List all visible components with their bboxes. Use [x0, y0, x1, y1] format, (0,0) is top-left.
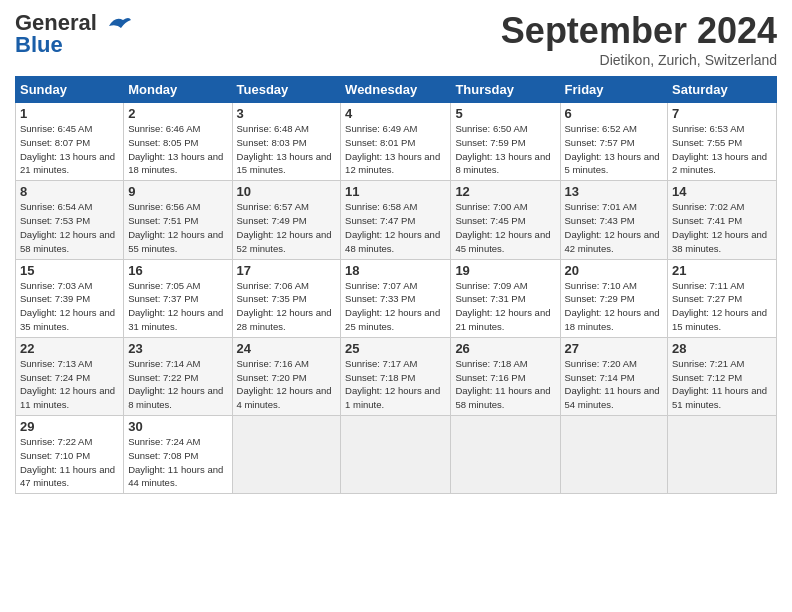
- day-number: 2: [128, 106, 227, 121]
- calendar-week-5: 29Sunrise: 7:22 AMSunset: 7:10 PMDayligh…: [16, 416, 777, 494]
- day-number: 22: [20, 341, 119, 356]
- weekday-header-monday: Monday: [124, 77, 232, 103]
- day-number: 3: [237, 106, 337, 121]
- day-info: Sunrise: 7:11 AMSunset: 7:27 PMDaylight:…: [672, 280, 767, 332]
- calendar-cell: 20Sunrise: 7:10 AMSunset: 7:29 PMDayligh…: [560, 259, 668, 337]
- day-number: 17: [237, 263, 337, 278]
- day-info: Sunrise: 7:00 AMSunset: 7:45 PMDaylight:…: [455, 201, 550, 253]
- day-info: Sunrise: 6:48 AMSunset: 8:03 PMDaylight:…: [237, 123, 332, 175]
- day-info: Sunrise: 7:21 AMSunset: 7:12 PMDaylight:…: [672, 358, 767, 410]
- day-info: Sunrise: 7:20 AMSunset: 7:14 PMDaylight:…: [565, 358, 660, 410]
- calendar-cell: 7Sunrise: 6:53 AMSunset: 7:55 PMDaylight…: [668, 103, 777, 181]
- day-number: 18: [345, 263, 446, 278]
- day-info: Sunrise: 7:16 AMSunset: 7:20 PMDaylight:…: [237, 358, 332, 410]
- location-subtitle: Dietikon, Zurich, Switzerland: [501, 52, 777, 68]
- day-info: Sunrise: 6:54 AMSunset: 7:53 PMDaylight:…: [20, 201, 115, 253]
- day-info: Sunrise: 6:53 AMSunset: 7:55 PMDaylight:…: [672, 123, 767, 175]
- day-number: 1: [20, 106, 119, 121]
- calendar-cell: 17Sunrise: 7:06 AMSunset: 7:35 PMDayligh…: [232, 259, 341, 337]
- day-info: Sunrise: 6:46 AMSunset: 8:05 PMDaylight:…: [128, 123, 223, 175]
- day-number: 26: [455, 341, 555, 356]
- calendar-cell: [560, 416, 668, 494]
- day-info: Sunrise: 7:18 AMSunset: 7:16 PMDaylight:…: [455, 358, 550, 410]
- day-info: Sunrise: 7:10 AMSunset: 7:29 PMDaylight:…: [565, 280, 660, 332]
- calendar-cell: 22Sunrise: 7:13 AMSunset: 7:24 PMDayligh…: [16, 337, 124, 415]
- day-info: Sunrise: 6:56 AMSunset: 7:51 PMDaylight:…: [128, 201, 223, 253]
- calendar-cell: 5Sunrise: 6:50 AMSunset: 7:59 PMDaylight…: [451, 103, 560, 181]
- day-number: 21: [672, 263, 772, 278]
- calendar-cell: 15Sunrise: 7:03 AMSunset: 7:39 PMDayligh…: [16, 259, 124, 337]
- day-number: 24: [237, 341, 337, 356]
- calendar-week-1: 1Sunrise: 6:45 AMSunset: 8:07 PMDaylight…: [16, 103, 777, 181]
- day-info: Sunrise: 7:03 AMSunset: 7:39 PMDaylight:…: [20, 280, 115, 332]
- calendar-cell: 6Sunrise: 6:52 AMSunset: 7:57 PMDaylight…: [560, 103, 668, 181]
- calendar-cell: 13Sunrise: 7:01 AMSunset: 7:43 PMDayligh…: [560, 181, 668, 259]
- day-info: Sunrise: 6:57 AMSunset: 7:49 PMDaylight:…: [237, 201, 332, 253]
- weekday-header-wednesday: Wednesday: [341, 77, 451, 103]
- calendar-cell: 12Sunrise: 7:00 AMSunset: 7:45 PMDayligh…: [451, 181, 560, 259]
- weekday-header-thursday: Thursday: [451, 77, 560, 103]
- calendar-cell: 18Sunrise: 7:07 AMSunset: 7:33 PMDayligh…: [341, 259, 451, 337]
- calendar-cell: 3Sunrise: 6:48 AMSunset: 8:03 PMDaylight…: [232, 103, 341, 181]
- calendar-cell: 26Sunrise: 7:18 AMSunset: 7:16 PMDayligh…: [451, 337, 560, 415]
- calendar-cell: 30Sunrise: 7:24 AMSunset: 7:08 PMDayligh…: [124, 416, 232, 494]
- day-number: 9: [128, 184, 227, 199]
- page-container: General Blue September 2024 Dietikon, Zu…: [0, 0, 792, 504]
- calendar-cell: 16Sunrise: 7:05 AMSunset: 7:37 PMDayligh…: [124, 259, 232, 337]
- calendar-cell: 28Sunrise: 7:21 AMSunset: 7:12 PMDayligh…: [668, 337, 777, 415]
- calendar-cell: 9Sunrise: 6:56 AMSunset: 7:51 PMDaylight…: [124, 181, 232, 259]
- day-info: Sunrise: 7:17 AMSunset: 7:18 PMDaylight:…: [345, 358, 440, 410]
- day-number: 28: [672, 341, 772, 356]
- day-number: 11: [345, 184, 446, 199]
- weekday-header-tuesday: Tuesday: [232, 77, 341, 103]
- calendar-cell: 21Sunrise: 7:11 AMSunset: 7:27 PMDayligh…: [668, 259, 777, 337]
- day-number: 10: [237, 184, 337, 199]
- day-info: Sunrise: 6:50 AMSunset: 7:59 PMDaylight:…: [455, 123, 550, 175]
- title-area: September 2024 Dietikon, Zurich, Switzer…: [501, 10, 777, 68]
- day-number: 15: [20, 263, 119, 278]
- header: General Blue September 2024 Dietikon, Zu…: [15, 10, 777, 68]
- day-info: Sunrise: 6:45 AMSunset: 8:07 PMDaylight:…: [20, 123, 115, 175]
- day-number: 25: [345, 341, 446, 356]
- day-number: 20: [565, 263, 664, 278]
- calendar-cell: 27Sunrise: 7:20 AMSunset: 7:14 PMDayligh…: [560, 337, 668, 415]
- day-number: 30: [128, 419, 227, 434]
- calendar-cell: [341, 416, 451, 494]
- logo-bird-icon: [101, 12, 133, 34]
- day-number: 29: [20, 419, 119, 434]
- day-info: Sunrise: 6:58 AMSunset: 7:47 PMDaylight:…: [345, 201, 440, 253]
- day-info: Sunrise: 7:22 AMSunset: 7:10 PMDaylight:…: [20, 436, 115, 488]
- day-info: Sunrise: 7:01 AMSunset: 7:43 PMDaylight:…: [565, 201, 660, 253]
- calendar-cell: [451, 416, 560, 494]
- day-info: Sunrise: 6:52 AMSunset: 7:57 PMDaylight:…: [565, 123, 660, 175]
- calendar-table: SundayMondayTuesdayWednesdayThursdayFrid…: [15, 76, 777, 494]
- logo: General Blue: [15, 10, 133, 58]
- weekday-header-sunday: Sunday: [16, 77, 124, 103]
- calendar-cell: 4Sunrise: 6:49 AMSunset: 8:01 PMDaylight…: [341, 103, 451, 181]
- day-number: 13: [565, 184, 664, 199]
- day-number: 7: [672, 106, 772, 121]
- day-info: Sunrise: 6:49 AMSunset: 8:01 PMDaylight:…: [345, 123, 440, 175]
- day-number: 16: [128, 263, 227, 278]
- calendar-week-4: 22Sunrise: 7:13 AMSunset: 7:24 PMDayligh…: [16, 337, 777, 415]
- day-info: Sunrise: 7:07 AMSunset: 7:33 PMDaylight:…: [345, 280, 440, 332]
- calendar-cell: [232, 416, 341, 494]
- calendar-week-3: 15Sunrise: 7:03 AMSunset: 7:39 PMDayligh…: [16, 259, 777, 337]
- calendar-cell: 19Sunrise: 7:09 AMSunset: 7:31 PMDayligh…: [451, 259, 560, 337]
- calendar-cell: 10Sunrise: 6:57 AMSunset: 7:49 PMDayligh…: [232, 181, 341, 259]
- day-number: 19: [455, 263, 555, 278]
- calendar-cell: 24Sunrise: 7:16 AMSunset: 7:20 PMDayligh…: [232, 337, 341, 415]
- calendar-cell: [668, 416, 777, 494]
- day-info: Sunrise: 7:06 AMSunset: 7:35 PMDaylight:…: [237, 280, 332, 332]
- day-number: 4: [345, 106, 446, 121]
- day-info: Sunrise: 7:14 AMSunset: 7:22 PMDaylight:…: [128, 358, 223, 410]
- weekday-header-saturday: Saturday: [668, 77, 777, 103]
- day-info: Sunrise: 7:24 AMSunset: 7:08 PMDaylight:…: [128, 436, 223, 488]
- calendar-cell: 23Sunrise: 7:14 AMSunset: 7:22 PMDayligh…: [124, 337, 232, 415]
- day-number: 5: [455, 106, 555, 121]
- day-info: Sunrise: 7:05 AMSunset: 7:37 PMDaylight:…: [128, 280, 223, 332]
- day-info: Sunrise: 7:13 AMSunset: 7:24 PMDaylight:…: [20, 358, 115, 410]
- weekday-header-row: SundayMondayTuesdayWednesdayThursdayFrid…: [16, 77, 777, 103]
- calendar-week-2: 8Sunrise: 6:54 AMSunset: 7:53 PMDaylight…: [16, 181, 777, 259]
- calendar-cell: 2Sunrise: 6:46 AMSunset: 8:05 PMDaylight…: [124, 103, 232, 181]
